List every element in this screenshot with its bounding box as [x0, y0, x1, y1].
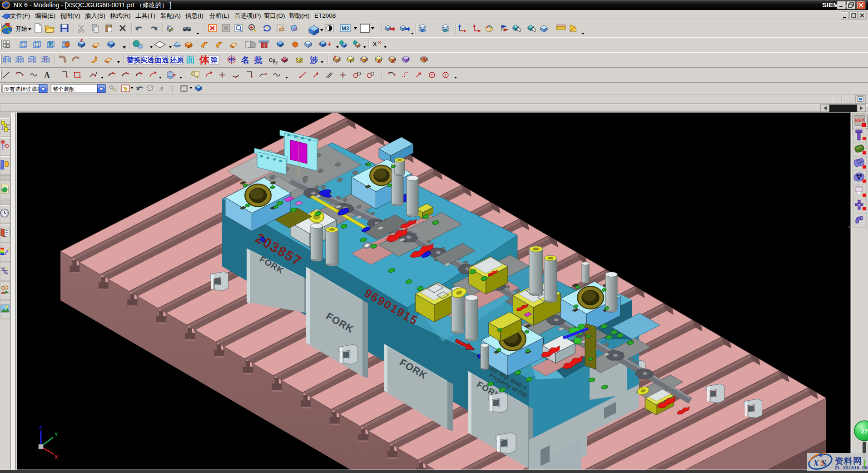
svg-text:名: 名	[241, 55, 249, 65]
svg-text:信息(I): 信息(I)	[185, 12, 203, 19]
svg-text:首选项(P): 首选项(P)	[234, 12, 261, 19]
svg-text:Z: Z	[297, 138, 300, 143]
svg-text:开始: 开始	[15, 25, 27, 32]
svg-text:面透: 面透	[154, 56, 169, 64]
svg-text:格式(R): 格式(R)	[110, 12, 131, 19]
svg-text:M3: M3	[342, 25, 349, 32]
svg-text:Z: Z	[39, 425, 42, 430]
svg-text:资料网: 资料网	[835, 456, 862, 466]
svg-text:面: 面	[186, 55, 195, 65]
svg-text:文件(F): 文件(F)	[10, 12, 30, 19]
svg-text:X: X	[372, 40, 377, 48]
svg-text:A: A	[44, 71, 50, 80]
svg-text:NX 6 - Modeling - [XSQCJGUG60-: NX 6 - Modeling - [XSQCJGUG60-0011.prt （…	[14, 1, 172, 9]
svg-text:整个装配: 整个装配	[53, 86, 74, 92]
svg-text:实透: 实透	[140, 56, 154, 64]
svg-text:工具(T): 工具(T)	[135, 12, 155, 19]
svg-text:27: 27	[861, 428, 868, 435]
svg-text:Y: Y	[55, 432, 58, 437]
svg-text:编辑(E): 编辑(E)	[35, 12, 55, 19]
svg-text:装配(A): 装配(A)	[160, 12, 181, 19]
svg-text:批: 批	[254, 55, 263, 65]
svg-text:X S: X S	[813, 458, 826, 468]
svg-text:涉: 涉	[309, 55, 318, 65]
svg-text:窗口(O): 窗口(O)	[264, 12, 285, 19]
svg-text:KEY: KEY	[855, 118, 865, 123]
svg-text:Py: Py	[273, 60, 278, 65]
svg-text:插入(S): 插入(S)	[84, 12, 105, 19]
svg-text:中: 中	[229, 56, 235, 63]
svg-text:分析(L): 分析(L)	[209, 12, 229, 19]
svg-text:体: 体	[199, 54, 210, 65]
svg-text:帮助(H): 帮助(H)	[289, 12, 310, 19]
svg-text:i: i	[167, 24, 169, 30]
svg-text:替换: 替换	[126, 56, 140, 64]
svg-text:X: X	[55, 454, 58, 460]
svg-text:没有选择过滤器: 没有选择过滤器	[4, 86, 42, 92]
svg-text:视图(V): 视图(V)	[60, 12, 80, 19]
svg-text:ZL.XS1616.COM: ZL.XS1616.COM	[835, 466, 868, 471]
svg-text:还原: 还原	[170, 56, 184, 64]
svg-text:弹: 弹	[211, 56, 218, 64]
svg-text:ET2008: ET2008	[314, 12, 336, 19]
